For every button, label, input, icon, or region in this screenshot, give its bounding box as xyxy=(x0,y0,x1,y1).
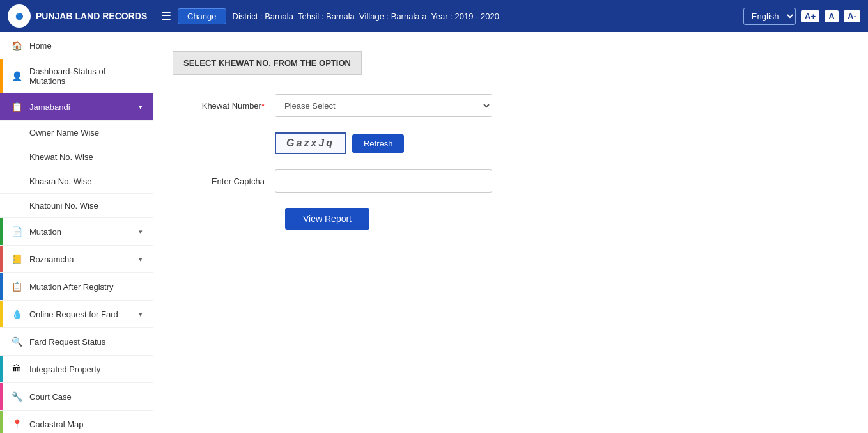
sidebar-label-fard-status: Fard Request Status xyxy=(29,337,143,347)
sidebar-item-court-case[interactable]: 🔧Court Case xyxy=(0,383,153,411)
jamabandi-icon: 📋 xyxy=(10,100,23,113)
header-logo: 🔵 PUNJAB LAND RECORDS xyxy=(8,4,161,28)
captcha-input[interactable] xyxy=(275,169,492,193)
sidebar-label-roznamcha: Roznamcha xyxy=(29,255,139,264)
sidebar-item-online-fard[interactable]: 💧Online Request for Fard▾ xyxy=(0,301,153,328)
view-report-row: View Report xyxy=(173,208,684,230)
jamabandi-arrow-icon: ▾ xyxy=(139,103,143,111)
integrated-property-icon: 🏛 xyxy=(10,363,23,375)
sidebar-label-integrated-property: Integrated Property xyxy=(29,365,143,374)
roznamcha-arrow-icon: ▾ xyxy=(139,255,143,264)
header-right: English Punjabi A+ A A- xyxy=(743,8,860,25)
sidebar-label-cadastral-map: Cadastral Map xyxy=(29,420,143,429)
section-header: SELECT KHEWAT NO. FROM THE OPTION xyxy=(173,51,362,75)
dashboard-icon: 👤 xyxy=(10,70,23,83)
sidebar-label-owner-name: Owner Name Wise xyxy=(29,128,143,138)
font-normal-button[interactable]: A xyxy=(825,10,839,22)
form-section: Khewat Number* Please Select GazxJq Refr… xyxy=(173,94,684,230)
mutation-registry-icon: 📋 xyxy=(10,280,23,293)
captcha-input-label: Enter Captcha xyxy=(173,177,275,186)
font-decrease-button[interactable]: A- xyxy=(844,10,860,22)
change-button[interactable]: Change xyxy=(178,8,226,24)
sidebar-item-khasra[interactable]: Khasra No. Wise xyxy=(0,169,153,194)
refresh-button[interactable]: Refresh xyxy=(352,134,405,153)
court-case-icon: 🔧 xyxy=(10,390,23,403)
captcha-area: GazxJq Refresh xyxy=(275,132,404,154)
sidebar-item-integrated-property[interactable]: 🏛Integrated Property xyxy=(0,356,153,383)
header-district-info: District : Barnala Tehsil : Barnala Vill… xyxy=(233,12,499,21)
sidebar-label-dashboard: Dashboard-Status of Mutations xyxy=(29,67,143,86)
sidebar: 🏠Home👤Dashboard-Status of Mutations📋Jama… xyxy=(0,32,153,433)
header: 🔵 PUNJAB LAND RECORDS ☰ Change District … xyxy=(0,0,868,32)
home-icon: 🏠 xyxy=(10,39,23,52)
sidebar-item-roznamcha[interactable]: 📒Roznamcha▾ xyxy=(0,246,153,273)
font-increase-button[interactable]: A+ xyxy=(801,10,819,22)
sidebar-item-dashboard[interactable]: 👤Dashboard-Status of Mutations xyxy=(0,59,153,93)
khewat-select[interactable]: Please Select xyxy=(275,94,492,117)
sidebar-label-khasra: Khasra No. Wise xyxy=(29,177,143,186)
cadastral-map-icon: 📍 xyxy=(10,418,23,430)
sidebar-label-mutation: Mutation xyxy=(29,227,139,237)
sidebar-label-home: Home xyxy=(29,41,143,51)
captcha-input-row: Enter Captcha xyxy=(173,169,684,193)
fard-status-icon: 🔍 xyxy=(10,335,23,348)
sidebar-item-home[interactable]: 🏠Home xyxy=(0,32,153,59)
roznamcha-icon: 📒 xyxy=(10,253,23,265)
mutation-arrow-icon: ▾ xyxy=(139,228,143,236)
sidebar-item-fard-status[interactable]: 🔍Fard Request Status xyxy=(0,328,153,356)
sidebar-label-court-case: Court Case xyxy=(29,392,143,402)
main-content: SELECT KHEWAT NO. FROM THE OPTION Khewat… xyxy=(153,32,868,433)
sidebar-item-cadastral-map[interactable]: 📍Cadastral Map xyxy=(0,411,153,433)
hamburger-icon[interactable]: ☰ xyxy=(161,9,171,23)
layout: 🏠Home👤Dashboard-Status of Mutations📋Jama… xyxy=(0,32,868,433)
sidebar-item-owner-name[interactable]: Owner Name Wise xyxy=(0,121,153,145)
view-report-button[interactable]: View Report xyxy=(285,208,369,230)
sidebar-item-khewat[interactable]: Khewat No. Wise xyxy=(0,145,153,169)
sidebar-label-mutation-registry: Mutation After Registry xyxy=(29,282,143,292)
khewat-row: Khewat Number* Please Select xyxy=(173,94,684,117)
sidebar-label-online-fard: Online Request for Fard xyxy=(29,310,139,319)
language-selector[interactable]: English Punjabi xyxy=(743,8,796,25)
header-center: Change District : Barnala Tehsil : Barna… xyxy=(178,8,743,24)
captcha-image: GazxJq xyxy=(275,132,346,154)
captcha-display-row: GazxJq Refresh xyxy=(173,132,684,154)
online-fard-arrow-icon: ▾ xyxy=(139,310,143,319)
khewat-label: Khewat Number* xyxy=(173,101,275,111)
sidebar-item-mutation[interactable]: 📄Mutation▾ xyxy=(0,218,153,246)
logo-text: PUNJAB LAND RECORDS xyxy=(36,11,147,21)
mutation-icon: 📄 xyxy=(10,225,23,238)
sidebar-label-khewat: Khewat No. Wise xyxy=(29,152,143,162)
online-fard-icon: 💧 xyxy=(10,308,23,320)
sidebar-item-jamabandi[interactable]: 📋Jamabandi▾ xyxy=(0,93,153,121)
sidebar-label-jamabandi: Jamabandi xyxy=(29,102,139,112)
sidebar-item-mutation-registry[interactable]: 📋Mutation After Registry xyxy=(0,273,153,301)
sidebar-item-khatouni[interactable]: Khatouni No. Wise xyxy=(0,194,153,218)
sidebar-label-khatouni: Khatouni No. Wise xyxy=(29,201,143,210)
logo-emblem: 🔵 xyxy=(8,4,31,28)
